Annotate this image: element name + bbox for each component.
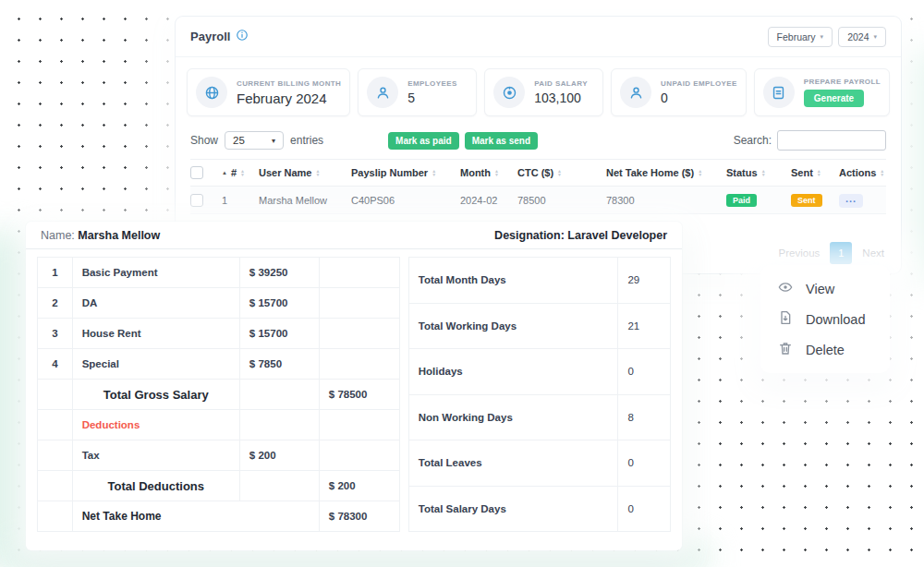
row-month: 2024-02	[460, 195, 517, 206]
menu-item-download[interactable]: Download	[760, 304, 890, 334]
employee-name: Name: Marsha Mellow	[41, 229, 160, 242]
stats-row: CURRENT BILLING MONTH February 2024 EMPL…	[176, 57, 901, 126]
designation-label: Designation:	[494, 229, 565, 242]
document-icon	[763, 77, 795, 108]
user-icon	[620, 77, 651, 108]
sort-icon: ▲▼	[494, 169, 499, 176]
sort-icon: ▲▼	[698, 169, 702, 176]
column-header-month[interactable]: Month ▲▼	[460, 167, 517, 178]
page-size-value: 25	[233, 135, 245, 146]
payslip-header: Name: Marsha Mellow Designation: Laravel…	[26, 222, 682, 249]
year-filter-value: 2024	[847, 31, 869, 42]
sort-icon: ▲▼	[557, 169, 562, 176]
salary-row: 4 Special $ 7850	[38, 349, 400, 380]
generate-button[interactable]: Generate	[804, 90, 864, 107]
mark-as-send-button[interactable]: Mark as send	[465, 132, 538, 150]
status-badge: Paid	[726, 194, 757, 207]
column-header-ctc[interactable]: CTC ($) ▲▼	[517, 167, 606, 178]
column-header-user-name[interactable]: User Name ▲▼	[259, 167, 351, 178]
salary-total-row: Total Deductions $ 200	[38, 471, 400, 501]
entries-label: entries	[290, 134, 323, 147]
column-header-status[interactable]: Status ▲▼	[726, 167, 791, 178]
pagination: Previous 1 Next	[779, 242, 884, 264]
sort-icon: ▲▼	[761, 169, 766, 176]
year-filter-dropdown[interactable]: 2024 ▾	[838, 27, 886, 47]
days-row: Total Leaves 0	[408, 440, 670, 487]
payroll-page: { "icons": { "chevron_down": "▾", "sort_…	[0, 0, 924, 567]
select-all-checkbox-cell	[190, 166, 222, 179]
row-user-name: Marsha Mellow	[259, 195, 351, 206]
user-icon	[367, 77, 398, 108]
show-label: Show	[190, 134, 218, 147]
row-num: 1	[222, 195, 259, 206]
chevron-down-icon: ▾	[821, 33, 824, 41]
header-filters: February ▾ 2024 ▾	[768, 27, 886, 47]
month-filter-value: February	[777, 31, 816, 42]
stat-employees: EMPLOYEES 5	[358, 68, 477, 116]
row-net-take-home: 78300	[606, 195, 726, 206]
stat-value: February 2024	[237, 90, 341, 106]
pagination-page-1[interactable]: 1	[830, 242, 852, 264]
deductions-header-row: Deductions	[38, 410, 400, 440]
sort-icon: ▲▼	[315, 169, 320, 176]
trash-icon	[778, 341, 793, 358]
row-actions-cell: ...	[839, 193, 886, 208]
menu-item-label: Download	[806, 312, 866, 327]
payroll-table: ▲ # ▲▼ User Name ▲▼ Payslip Number ▲▼ Mo…	[190, 159, 886, 214]
page-title-text: Payroll	[190, 30, 230, 43]
designation-value: Laravel Developer	[567, 229, 667, 242]
employee-designation: Designation: Laravel Developer	[494, 229, 667, 242]
mark-as-paid-button[interactable]: Mark as paid	[388, 132, 459, 150]
salary-table: 1 Basic Payment $ 39250 2 DA $ 15700 3 H…	[37, 257, 400, 532]
column-header-num[interactable]: ▲ # ▲▼	[222, 167, 259, 178]
name-value: Marsha Mellow	[78, 229, 160, 242]
days-row: Total Month Days 29	[408, 258, 670, 304]
download-icon	[778, 310, 793, 328]
stat-value: 0	[661, 90, 737, 105]
menu-item-delete[interactable]: Delete	[760, 334, 890, 365]
page-size-select[interactable]: 25 ▾	[225, 131, 284, 150]
menu-item-view[interactable]: View	[760, 273, 890, 304]
name-label: Name:	[41, 229, 75, 242]
sort-icon: ▲▼	[240, 169, 245, 176]
stat-current-billing-month: CURRENT BILLING MONTH February 2024	[187, 68, 350, 116]
row-checkbox[interactable]	[190, 194, 203, 207]
month-filter-dropdown[interactable]: February ▾	[768, 27, 833, 47]
menu-item-label: Delete	[806, 343, 845, 357]
table-header-row: ▲ # ▲▼ User Name ▲▼ Payslip Number ▲▼ Mo…	[190, 159, 886, 187]
salary-total-row: Total Gross Salary $ 78500	[38, 380, 400, 410]
row-actions-button[interactable]: ...	[839, 194, 863, 208]
info-icon[interactable]	[236, 29, 249, 44]
days-row: Holidays 0	[408, 349, 670, 395]
column-header-sent[interactable]: Sent ▲▼	[791, 167, 839, 178]
days-table: Total Month Days 29 Total Working Days 2…	[408, 257, 671, 532]
stat-label: PREPARE PAYROLL	[804, 78, 881, 86]
globe-icon	[196, 77, 227, 108]
pagination-previous[interactable]: Previous	[779, 247, 821, 259]
stat-value: 5	[407, 90, 456, 105]
stat-label: PAID SALARY	[534, 79, 588, 88]
pagination-next[interactable]: Next	[862, 247, 884, 259]
column-header-payslip-number[interactable]: Payslip Number ▲▼	[351, 167, 460, 178]
column-header-actions[interactable]: Actions ▲▼	[839, 167, 886, 178]
page-title: Payroll	[190, 29, 249, 44]
chevron-down-icon: ▾	[873, 33, 877, 41]
menu-item-label: View	[806, 282, 834, 296]
card-header: Payroll February ▾ 2024 ▾	[176, 17, 901, 57]
table-row: 1 Marsha Mellow C40PS06 2024-02 78500 78…	[190, 187, 886, 214]
stat-value: 103,100	[534, 90, 588, 105]
column-header-net-take-home[interactable]: Net Take Home ($) ▲▼	[606, 167, 726, 178]
sent-badge: Sent	[791, 194, 822, 207]
salary-row: 3 House Rent $ 15700	[38, 319, 400, 349]
eye-icon	[778, 280, 793, 297]
row-ctc: 78500	[517, 195, 606, 206]
select-all-checkbox[interactable]	[190, 166, 203, 179]
row-checkbox-cell	[190, 194, 222, 207]
salary-row: 2 DA $ 15700	[38, 288, 400, 319]
actions-dropdown-menu: View Download Delete	[760, 265, 890, 373]
stat-label: UNPAID EMPLOYEE	[661, 79, 737, 88]
stat-prepare-payroll: PREPARE PAYROLL Generate	[754, 68, 890, 116]
search-input[interactable]	[777, 130, 886, 151]
stat-label: CURRENT BILLING MONTH	[237, 79, 341, 88]
chevron-down-icon: ▾	[272, 137, 275, 145]
